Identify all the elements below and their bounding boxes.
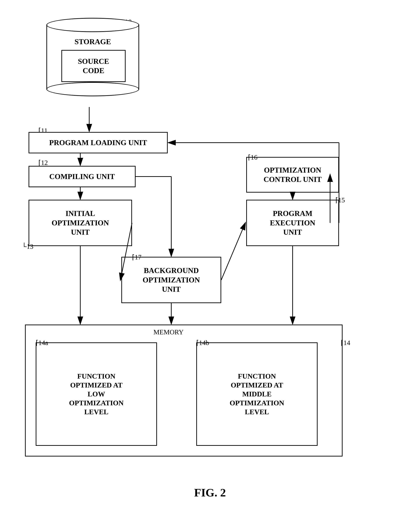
function-low-label: FUNCTION OPTIMIZED AT LOW OPTIMIZATION L… bbox=[69, 372, 124, 416]
ref-17: ⌈17 bbox=[132, 253, 142, 261]
program-execution-unit-box: PROGRAM EXECUTION UNIT bbox=[246, 200, 339, 246]
storage-label: STORAGE bbox=[47, 37, 138, 46]
ref-14: ⌈14 bbox=[341, 339, 350, 347]
ref-16: ⌈16 bbox=[248, 153, 257, 161]
ref-14a: ⌈14a bbox=[36, 339, 48, 347]
storage-cylinder: STORAGE SOURCE CODE bbox=[46, 18, 139, 96]
cylinder-top bbox=[46, 18, 139, 32]
source-code-label: SOURCE CODE bbox=[78, 57, 109, 75]
background-optimization-unit-box: BACKGROUND OPTIMIZATION UNIT bbox=[121, 257, 221, 303]
cylinder-body: STORAGE SOURCE CODE bbox=[46, 25, 139, 89]
source-code-box: SOURCE CODE bbox=[61, 50, 126, 82]
compiling-unit-label: COMPILING UNIT bbox=[49, 172, 115, 181]
ref-13: └13 bbox=[22, 243, 33, 250]
fig-caption: FIG. 2 bbox=[194, 486, 226, 499]
cylinder-shape: STORAGE SOURCE CODE bbox=[46, 18, 139, 96]
ref-15: ⌈15 bbox=[335, 196, 345, 204]
function-middle-label: FUNCTION OPTIMIZED AT MIDDLE OPTIMIZATIO… bbox=[230, 372, 284, 416]
cylinder-bottom bbox=[46, 82, 139, 96]
program-execution-unit-label: PROGRAM EXECUTION UNIT bbox=[270, 209, 315, 237]
function-middle-box: FUNCTION OPTIMIZED AT MIDDLE OPTIMIZATIO… bbox=[196, 342, 318, 446]
ref-12: ⌈12 bbox=[38, 159, 48, 167]
program-loading-unit-label: PROGRAM LOADING UNIT bbox=[49, 138, 147, 148]
initial-optimization-unit-box: INITIAL OPTIMIZATION UNIT bbox=[29, 200, 132, 246]
diagram: 10 STORAGE SOURCE CODE 10a ⌈11 PROGRAM L… bbox=[18, 11, 392, 492]
compiling-unit-box: COMPILING UNIT bbox=[29, 166, 135, 187]
optimization-control-unit-box: OPTIMIZATION CONTROL UNIT bbox=[246, 157, 339, 192]
function-low-box: FUNCTION OPTIMIZED AT LOW OPTIMIZATION L… bbox=[36, 342, 157, 446]
svg-line-8 bbox=[221, 223, 245, 280]
initial-optimization-unit-label: INITIAL OPTIMIZATION UNIT bbox=[52, 209, 109, 237]
memory-label: MEMORY bbox=[153, 328, 184, 336]
background-optimization-unit-label: BACKGROUND OPTIMIZATION UNIT bbox=[142, 266, 200, 294]
program-loading-unit-box: PROGRAM LOADING UNIT bbox=[29, 132, 168, 153]
optimization-control-unit-label: OPTIMIZATION CONTROL UNIT bbox=[263, 165, 322, 184]
ref-14b: ⌈14b bbox=[196, 339, 209, 347]
